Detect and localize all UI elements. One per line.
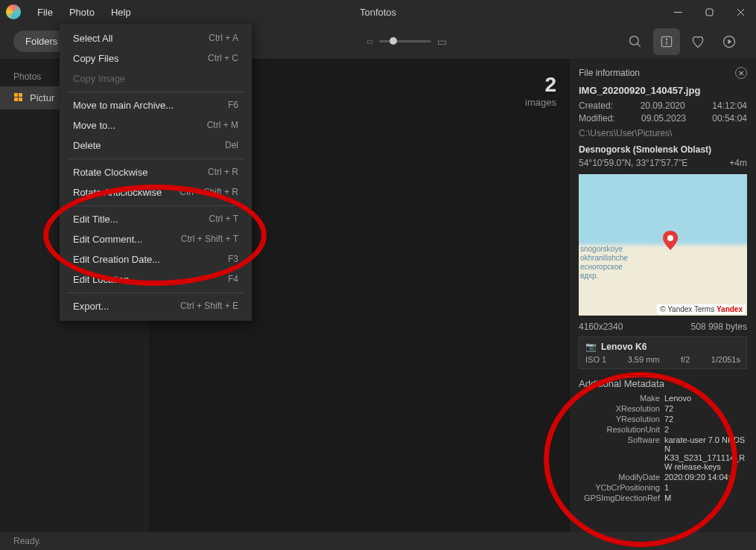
context-menu-item[interactable]: Copy FilesCtrl + C	[60, 48, 252, 68]
svg-point-4	[630, 36, 639, 45]
svg-marker-10	[728, 39, 731, 44]
metadata-row: XResolution72	[579, 404, 747, 413]
context-menu-item: Copy Image	[60, 68, 252, 89]
close-panel-button[interactable]: ✕	[735, 67, 747, 79]
maximize-button[interactable]	[693, 0, 725, 24]
file-path: C:\Users\User\Pictures\	[579, 128, 747, 138]
svg-line-5	[638, 43, 641, 46]
grid-icon	[13, 93, 24, 103]
svg-point-11	[667, 235, 673, 241]
map-preview[interactable]: snogorskoye okhranilishche есногорское в…	[579, 174, 747, 316]
menu-help[interactable]: Help	[104, 4, 139, 21]
additional-metadata-title: Additional Metadata	[579, 378, 747, 389]
app-icon	[6, 4, 21, 19]
camera-info: 📷Lenovo K6 ISO 13.59 mmf/21/2051s	[579, 336, 747, 369]
context-menu-item[interactable]: Move to main Archive...F6	[60, 95, 252, 115]
svg-point-8	[666, 39, 667, 39]
camera-icon: 📷	[585, 342, 597, 352]
context-menu-item[interactable]: Rotate ClockwiseCtrl + R	[60, 162, 252, 182]
statusbar: Ready.	[0, 532, 756, 550]
titlebar: File Photo Help Tonfotos	[0, 0, 756, 24]
slider-track[interactable]	[379, 40, 431, 42]
thumbnail-size-slider[interactable]: ▭ ▭	[366, 36, 447, 48]
metadata-row: Softwarekarate-user 7.0 NRDS N K33_S231_…	[579, 435, 747, 471]
metadata-list: MakeLenovoXResolution72YResolution72Reso…	[579, 394, 747, 502]
context-menu-item[interactable]: Edit Creation Date...F3	[60, 249, 252, 269]
context-menu-item[interactable]: Edit Location...F4	[60, 269, 252, 290]
sidebar-item-label: Pictur	[30, 92, 54, 103]
close-button[interactable]	[725, 0, 756, 24]
context-menu-item[interactable]: Export...Ctrl + Shift + E	[60, 296, 252, 316]
window-title: Tonfotos	[360, 7, 396, 18]
info-panel: File information ✕ IMG_20200920_140457.j…	[570, 60, 756, 532]
menu-bar: File Photo Help	[30, 4, 139, 21]
menu-photo[interactable]: Photo	[62, 4, 102, 21]
info-button[interactable]	[653, 28, 680, 55]
large-thumb-icon: ▭	[437, 36, 447, 48]
photo-context-menu: Select AllCtrl + ACopy FilesCtrl + CCopy…	[60, 24, 252, 321]
map-marker-icon	[663, 231, 678, 250]
window-controls	[662, 0, 756, 24]
favorite-button[interactable]	[684, 28, 711, 55]
metadata-row: ModifyDate2020:09:20 14:04:	[579, 473, 747, 482]
status-text: Ready.	[13, 536, 41, 546]
metadata-row: GPSImgDirectionRefM	[579, 493, 747, 502]
slider-handle[interactable]	[390, 37, 397, 45]
metadata-row: ResolutionUnit2	[579, 425, 747, 434]
context-menu-item[interactable]: Select AllCtrl + A	[60, 28, 252, 48]
location-name: Desnogorsk (Smolensk Oblast)	[579, 144, 747, 155]
filename: IMG_20200920_140457.jpg	[579, 85, 747, 96]
context-menu-item[interactable]: Edit Title...Ctrl + T	[60, 209, 252, 229]
panel-title: File information	[579, 68, 640, 78]
context-menu-item[interactable]: DeleteDel	[60, 135, 252, 156]
play-button[interactable]	[716, 28, 743, 55]
image-count: 2 images	[525, 73, 556, 108]
svg-rect-1	[706, 9, 713, 16]
menu-file[interactable]: File	[30, 4, 60, 21]
metadata-row: MakeLenovo	[579, 394, 747, 403]
metadata-row: YCbCrPositioning1	[579, 483, 747, 492]
context-menu-item[interactable]: Move to...Ctrl + M	[60, 115, 252, 135]
search-button[interactable]	[622, 28, 649, 55]
small-thumb-icon: ▭	[366, 37, 373, 45]
metadata-row: YResolution72	[579, 415, 747, 423]
context-menu-item[interactable]: Rotate AnticlockwiseCtrl + Shift + R	[60, 182, 252, 202]
minimize-button[interactable]	[662, 0, 693, 24]
context-menu-item[interactable]: Edit Comment...Ctrl + Shift + T	[60, 229, 252, 249]
